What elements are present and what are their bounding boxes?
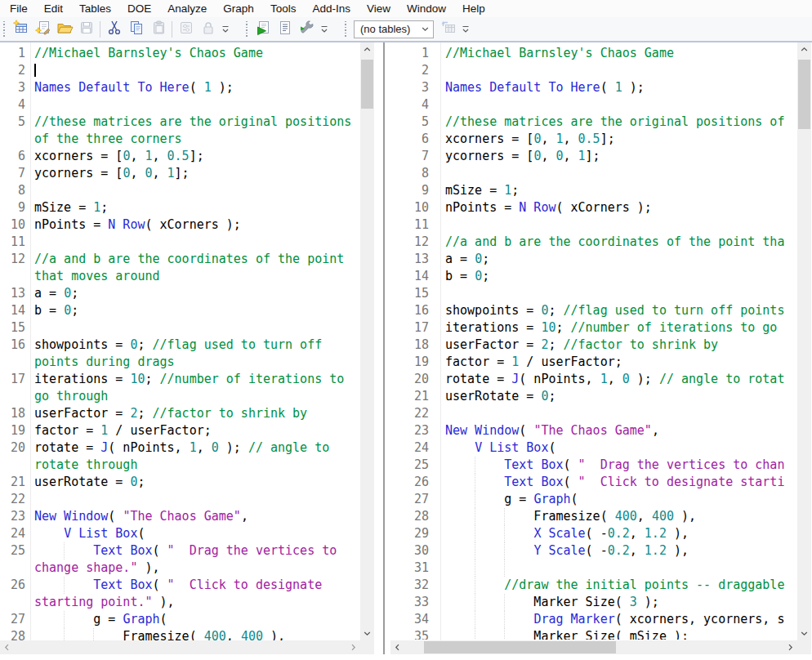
scrollbar-thumb[interactable] <box>798 60 810 129</box>
code-line[interactable]: 12//a and b are the coordinates of the p… <box>0 251 360 268</box>
code-line[interactable]: 28 Framesize( 400, 400 ), <box>0 628 360 640</box>
toolbar-overflow-button[interactable] <box>460 20 471 39</box>
code-line[interactable]: 23New Window( "The Chaos Game", <box>390 422 797 439</box>
new-data-table-button[interactable] <box>9 20 31 39</box>
scroll-right-icon[interactable] <box>783 640 797 654</box>
open-log-button[interactable] <box>274 20 296 39</box>
code-line[interactable]: 14b = 0; <box>390 268 797 285</box>
code-line[interactable]: 5//these matrices are the original posit… <box>0 114 360 131</box>
code-line[interactable]: 17iterations = 10; //number of iteration… <box>0 371 360 388</box>
menu-item-tables[interactable]: Tables <box>71 1 119 16</box>
tables-dropdown[interactable]: (no tables) <box>354 20 434 38</box>
code-line[interactable]: 1//Michael Barnsley's Chaos Game <box>0 45 360 62</box>
code-line[interactable]: 13a = 0; <box>0 285 360 302</box>
code-line[interactable]: go through <box>0 388 360 405</box>
toolbar-grip[interactable] <box>245 21 248 38</box>
code-line[interactable]: 24 V List Box( <box>390 439 797 457</box>
menu-item-help[interactable]: Help <box>454 1 493 16</box>
code-line[interactable]: 6xcorners = [0, 1, 0.5]; <box>390 131 797 148</box>
code-line[interactable]: 11 <box>390 216 797 234</box>
scroll-up-icon[interactable] <box>797 42 811 56</box>
menu-item-analyze[interactable]: Analyze <box>159 1 215 16</box>
code-line[interactable]: 22 <box>0 491 360 508</box>
code-line[interactable]: 9mSize = 1; <box>390 182 797 199</box>
menu-item-window[interactable]: Window <box>399 1 454 16</box>
code-line[interactable]: 7ycorners = [0, 0, 1]; <box>0 165 360 182</box>
code-line[interactable]: 24 V List Box( <box>0 525 360 542</box>
code-line[interactable]: 11 <box>0 234 360 251</box>
right-editor-pane[interactable]: 1//Michael Barnsley's Chaos Game23Names … <box>390 42 797 640</box>
code-line[interactable]: 21userRotate = 0; <box>390 388 797 405</box>
code-line[interactable]: 4 <box>0 96 360 114</box>
right-vertical-scrollbar[interactable] <box>797 42 811 640</box>
menu-item-graph[interactable]: Graph <box>215 1 262 16</box>
code-line[interactable]: 10nPoints = N Row( xCorners ); <box>390 199 797 216</box>
copy-button[interactable] <box>125 20 147 39</box>
scroll-down-icon[interactable] <box>797 627 811 640</box>
code-line[interactable]: 6xcorners = [0, 1, 0.5]; <box>0 148 360 165</box>
menu-item-doe[interactable]: DOE <box>119 1 159 16</box>
code-line[interactable]: 5//these matrices are the original posit… <box>390 114 797 131</box>
code-line[interactable]: 3Names Default To Here( 1 ); <box>390 79 797 96</box>
code-line[interactable]: 15 <box>390 285 797 302</box>
debug-script-button[interactable] <box>296 20 318 39</box>
menu-item-add-ins[interactable]: Add-Ins <box>304 1 359 16</box>
code-line[interactable]: 18userFactor = 2; //factor to shrink by <box>390 337 797 354</box>
scroll-up-icon[interactable] <box>360 42 374 56</box>
menu-item-view[interactable]: View <box>359 1 399 16</box>
right-horizontal-scrollbar[interactable] <box>390 640 797 654</box>
code-line[interactable]: 10nPoints = N Row( xCorners ); <box>0 216 360 234</box>
code-line[interactable]: 14b = 0; <box>0 302 360 319</box>
run-script-button[interactable] <box>252 20 274 39</box>
code-line[interactable]: 20rotate = J( nPoints, 1, 0 ); // angle … <box>390 371 797 388</box>
code-line[interactable]: 19factor = 1 / userFactor; <box>0 422 360 439</box>
scroll-down-icon[interactable] <box>360 627 374 640</box>
scroll-left-icon[interactable] <box>0 640 14 654</box>
toolbar-grip[interactable] <box>2 21 6 38</box>
code-line[interactable]: 27 g = Graph( <box>390 491 797 508</box>
code-line[interactable]: 3Names Default To Here( 1 ); <box>0 79 360 96</box>
code-line[interactable]: 34 Drag Marker( xcorners, ycorners, s <box>390 611 797 628</box>
code-line[interactable]: 19factor = 1 / userFactor; <box>390 354 797 371</box>
code-line[interactable]: 21userRotate = 0; <box>0 474 360 491</box>
code-line[interactable]: 17iterations = 10; //number of iteration… <box>390 319 797 337</box>
new-script-button[interactable] <box>31 20 53 39</box>
code-line[interactable]: that moves around <box>0 268 360 285</box>
menu-item-edit[interactable]: Edit <box>36 1 71 16</box>
code-line[interactable]: change shape." ), <box>0 560 360 577</box>
code-line[interactable]: 31 <box>390 560 797 577</box>
code-line[interactable]: 12//a and b are the coordinates of the p… <box>390 234 797 251</box>
code-line[interactable]: 30 Y Scale( -0.2, 1.2 ), <box>390 542 797 560</box>
code-line[interactable]: starting point." ), <box>0 594 360 611</box>
scroll-right-icon[interactable] <box>346 640 360 654</box>
menu-item-tools[interactable]: Tools <box>262 1 305 16</box>
code-line[interactable]: 4 <box>390 96 797 114</box>
code-line[interactable]: 33 Marker Size( 3 ); <box>390 594 797 611</box>
code-line[interactable]: 18userFactor = 2; //factor to shrink by <box>0 405 360 422</box>
code-line[interactable]: of the three corners <box>0 131 360 148</box>
code-line[interactable]: 15 <box>0 319 360 337</box>
code-line[interactable]: 16showpoints = 0; //flag used to turn of… <box>0 337 360 354</box>
left-vertical-scrollbar[interactable] <box>360 42 374 640</box>
code-line[interactable]: 8 <box>390 165 797 182</box>
code-line[interactable]: rotate through <box>0 457 360 474</box>
menu-item-file[interactable]: File <box>2 1 36 16</box>
code-line[interactable]: 20rotate = J( nPoints, 1, 0 ); // angle … <box>0 439 360 457</box>
pane-splitter[interactable] <box>383 42 385 654</box>
code-line[interactable]: 25 Text Box( " Drag the vertices to chan <box>390 457 797 474</box>
left-horizontal-scrollbar[interactable] <box>0 640 360 654</box>
code-line[interactable]: 2 <box>390 62 797 79</box>
code-line[interactable]: 26 Text Box( " Click to designate starti <box>390 474 797 491</box>
code-line[interactable]: points during drags <box>0 354 360 371</box>
code-line[interactable]: 8 <box>0 182 360 199</box>
toolbar-grip[interactable] <box>344 21 347 38</box>
code-line[interactable]: 25 Text Box( " Drag the vertices to <box>0 542 360 560</box>
code-line[interactable]: 35 Marker Size( mSize ); <box>390 628 797 640</box>
code-line[interactable]: 32 //draw the initial points -- draggabl… <box>390 577 797 594</box>
code-line[interactable]: 16showpoints = 0; //flag used to turn of… <box>390 302 797 319</box>
code-line[interactable]: 27 g = Graph( <box>0 611 360 628</box>
code-line[interactable]: 23New Window( "The Chaos Game", <box>0 508 360 525</box>
open-file-button[interactable] <box>53 20 75 39</box>
code-line[interactable]: 2 <box>0 62 360 79</box>
toolbar-overflow-button[interactable] <box>220 20 231 39</box>
